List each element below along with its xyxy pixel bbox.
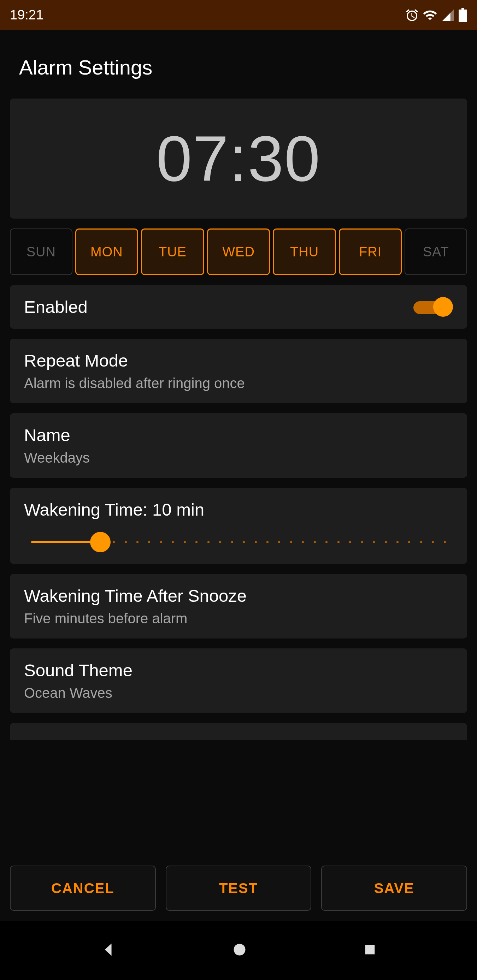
wifi-icon bbox=[423, 8, 437, 22]
wakening-time-row[interactable]: Wakening Time: 10 min bbox=[10, 488, 467, 564]
repeat-label: Repeat Mode bbox=[24, 351, 453, 371]
sound-label: Sound Theme bbox=[24, 660, 453, 680]
name-label: Name bbox=[24, 425, 453, 445]
status-icons bbox=[405, 8, 467, 22]
time-value: 07:30 bbox=[156, 121, 321, 196]
cancel-button[interactable]: CANCEL bbox=[10, 865, 156, 911]
signal-icon bbox=[441, 8, 455, 22]
enabled-row[interactable]: Enabled bbox=[10, 285, 467, 329]
wakening-slider[interactable] bbox=[24, 535, 453, 549]
name-sub: Weekdays bbox=[24, 450, 453, 466]
home-button[interactable] bbox=[232, 942, 247, 959]
sound-theme-row[interactable]: Sound Theme Ocean Waves bbox=[10, 648, 467, 713]
content: Alarm Settings 07:30 SUNMONTUEWEDTHUFRIS… bbox=[0, 30, 477, 921]
name-row[interactable]: Name Weekdays bbox=[10, 413, 467, 478]
recent-button[interactable] bbox=[363, 943, 377, 958]
day-chip-wed[interactable]: WED bbox=[207, 229, 270, 275]
wakening-label: Wakening Time: 10 min bbox=[24, 500, 453, 520]
alarm-icon bbox=[405, 8, 419, 22]
day-chip-tue[interactable]: TUE bbox=[141, 229, 204, 275]
status-time: 19:21 bbox=[10, 7, 43, 22]
day-chip-thu[interactable]: THU bbox=[273, 229, 336, 275]
day-chip-mon[interactable]: MON bbox=[75, 229, 139, 275]
time-picker[interactable]: 07:30 bbox=[10, 99, 467, 219]
nav-bar bbox=[0, 921, 477, 980]
status-bar: 19:21 bbox=[0, 0, 477, 30]
page-title: Alarm Settings bbox=[10, 30, 467, 99]
day-chip-sat[interactable]: SAT bbox=[405, 229, 467, 275]
enabled-toggle[interactable] bbox=[413, 297, 453, 317]
sound-sub: Ocean Waves bbox=[24, 685, 453, 701]
wakening-snooze-row[interactable]: Wakening Time After Snooze Five minutes … bbox=[10, 574, 467, 638]
svg-rect-1 bbox=[365, 945, 375, 955]
test-button[interactable]: TEST bbox=[166, 865, 312, 911]
partial-card bbox=[10, 723, 467, 740]
buttons-row: CANCEL TEST SAVE bbox=[10, 865, 467, 921]
day-chip-fri[interactable]: FRI bbox=[339, 229, 402, 275]
day-chip-sun[interactable]: SUN bbox=[10, 229, 72, 275]
battery-icon bbox=[459, 8, 467, 22]
days-row: SUNMONTUEWEDTHUFRISAT bbox=[10, 229, 467, 275]
repeat-sub: Alarm is disabled after ringing once bbox=[24, 375, 453, 391]
svg-point-0 bbox=[234, 944, 245, 956]
save-button[interactable]: SAVE bbox=[321, 865, 467, 911]
back-button[interactable] bbox=[100, 942, 116, 959]
wakening-snooze-label: Wakening Time After Snooze bbox=[24, 586, 453, 606]
repeat-mode-row[interactable]: Repeat Mode Alarm is disabled after ring… bbox=[10, 339, 467, 403]
wakening-snooze-sub: Five minutes before alarm bbox=[24, 611, 453, 627]
enabled-label: Enabled bbox=[24, 297, 88, 317]
